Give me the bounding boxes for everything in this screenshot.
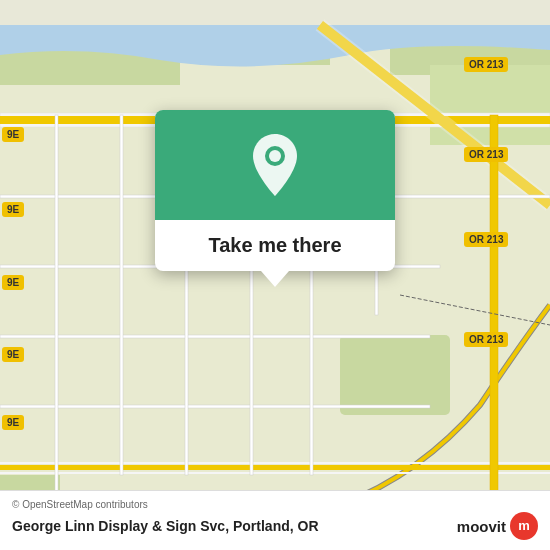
svg-rect-14 [0, 462, 550, 464]
badge-213-1: OR 213 [464, 57, 508, 72]
svg-rect-22 [490, 115, 498, 545]
svg-rect-5 [340, 335, 450, 415]
svg-rect-13 [0, 465, 550, 470]
location-pin-icon [248, 134, 302, 196]
attribution-text: © OpenStreetMap contributors [12, 499, 538, 510]
map-container: OR 213 OR 213 OR 213 OR 213 9E 9E 9E 9E … [0, 0, 550, 550]
moovit-icon: m [510, 512, 538, 540]
badge-9e-5: 9E [2, 415, 24, 430]
popup-card[interactable]: Take me there [155, 110, 395, 271]
badge-9e-4: 9E [2, 347, 24, 362]
svg-rect-16 [55, 115, 58, 550]
place-name: George Linn Display & Sign Svc, Portland… [12, 518, 319, 534]
badge-213-4: OR 213 [464, 332, 508, 347]
badge-9e-3: 9E [2, 275, 24, 290]
popup-header [155, 110, 395, 220]
svg-rect-12 [0, 405, 430, 408]
badge-9e-2: 9E [2, 202, 24, 217]
badge-9e-1: 9E [2, 127, 24, 142]
place-info: George Linn Display & Sign Svc, Portland… [12, 512, 538, 540]
svg-point-25 [269, 150, 281, 162]
moovit-text: moovit [457, 518, 506, 535]
take-me-there-button[interactable]: Take me there [208, 234, 341, 256]
badge-213-3: OR 213 [464, 232, 508, 247]
svg-rect-11 [0, 335, 430, 338]
svg-rect-17 [120, 115, 123, 475]
svg-rect-15 [0, 472, 550, 474]
moovit-logo: moovit m [457, 512, 538, 540]
bottom-bar: © OpenStreetMap contributors George Linn… [0, 490, 550, 550]
popup-text-area[interactable]: Take me there [155, 220, 395, 271]
badge-213-2: OR 213 [464, 147, 508, 162]
moovit-brand-icon: m [518, 518, 530, 533]
